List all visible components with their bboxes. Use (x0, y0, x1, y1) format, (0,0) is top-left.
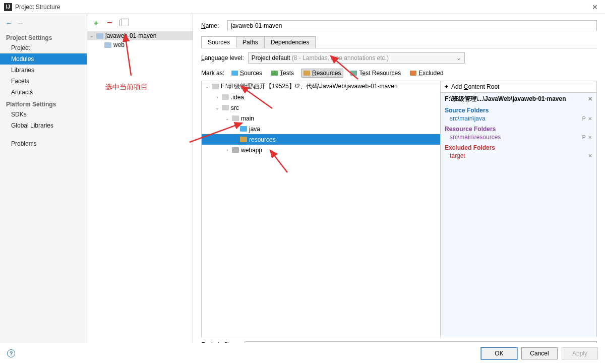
module-row-web[interactable]: web (87, 40, 193, 49)
remove-root-icon[interactable]: ✕ (588, 96, 592, 102)
module-folder-icon (104, 42, 111, 48)
window-title: Project Structure (15, 4, 589, 11)
folder-icon (212, 84, 219, 89)
resource-folder-icon (240, 137, 247, 142)
folder-root-label: F:\班级管理\西开【19525】\2、代码\JavaWeb\javaweb-0… (221, 82, 398, 91)
folder-icon (232, 147, 239, 153)
name-label: Name: (201, 22, 222, 29)
dialog-footer: ? OK Cancel Apply (0, 343, 605, 364)
sidebar-item-global-libraries[interactable]: Global Libraries (0, 120, 87, 131)
help-icon[interactable]: ? (7, 349, 15, 357)
resource-folder-item[interactable]: src\main\resourcesP ✕ (441, 133, 596, 143)
folder-label: resources (249, 136, 276, 143)
source-folder-item[interactable]: src\main\javaP ✕ (441, 114, 596, 124)
apply-button[interactable]: Apply (562, 347, 598, 359)
mark-resources-button[interactable]: Resources (301, 69, 343, 78)
folder-root-row[interactable]: ⌄ F:\班级管理\西开【19525】\2、代码\JavaWeb\javaweb… (202, 81, 440, 92)
folder-webapp-row[interactable]: ›webapp (202, 145, 440, 155)
mark-excluded-button[interactable]: Excluded (408, 69, 445, 77)
back-arrow-icon[interactable]: ← (5, 19, 13, 27)
mark-as-label: Mark as: (201, 70, 224, 77)
source-folder-tree[interactable]: ⌄ F:\班级管理\西开【19525】\2、代码\JavaWeb\javaweb… (202, 81, 440, 337)
sidebar-item-project[interactable]: Project (0, 42, 87, 53)
edit-props-icon[interactable]: P ✕ (582, 116, 592, 122)
folder-icon (222, 94, 229, 100)
content-root-panel: + Add Content Root F:\班级管理\...\JavaWeb\j… (440, 81, 596, 337)
resources-swatch-icon (304, 71, 310, 76)
folder-src-row[interactable]: ⌄src (202, 102, 440, 113)
chevron-down-icon: ⌄ (225, 116, 230, 121)
folder-idea-row[interactable]: ›.idea (202, 92, 440, 102)
add-content-root-button[interactable]: + Add Content Root (441, 81, 596, 93)
chevron-right-icon: › (215, 95, 220, 100)
module-root-label: javaweb-01-maven (105, 32, 156, 39)
excluded-swatch-icon (410, 71, 416, 76)
folder-label: main (241, 115, 254, 122)
resource-folder-path: src\main\resources (450, 134, 501, 141)
module-folder-icon (96, 33, 103, 39)
tab-sources[interactable]: Sources (201, 36, 236, 48)
chevron-down-icon: ⌄ (89, 33, 94, 38)
chevron-right-icon: › (225, 148, 230, 153)
module-child-label: web (113, 41, 125, 48)
add-module-icon[interactable]: ＋ (92, 18, 100, 28)
mark-tests-button[interactable]: Tests (269, 69, 296, 77)
forward-arrow-icon[interactable]: → (17, 19, 24, 27)
intellij-icon: IJ (4, 3, 12, 11)
module-name-input[interactable] (227, 20, 597, 31)
folder-label: .idea (231, 94, 244, 101)
sidebar-item-sdks[interactable]: SDKs (0, 109, 87, 120)
edit-props-icon[interactable]: P ✕ (582, 135, 592, 140)
resource-folders-heading: Resource Folders (441, 124, 596, 133)
content-root-path[interactable]: F:\班级管理\...\JavaWeb\javaweb-01-maven ✕ (441, 93, 596, 105)
folder-label: java (249, 126, 260, 133)
module-tree-panel: ＋ − ⌄ javaweb-01-maven web 选中当前项目 (87, 14, 193, 364)
excluded-folder-path: target (450, 152, 465, 159)
ok-button[interactable]: OK (481, 347, 517, 359)
sidebar-item-problems[interactable]: Problems (0, 138, 87, 149)
plus-icon: + (445, 83, 448, 90)
module-detail-pane: Name: Sources Paths Dependencies Languag… (193, 14, 605, 364)
mark-sources-button[interactable]: Sources (229, 69, 264, 77)
source-folder-path: src\main\java (450, 115, 486, 122)
tab-paths[interactable]: Paths (236, 36, 265, 48)
content-root-path-label: F:\班级管理\...\JavaWeb\javaweb-01-maven (445, 95, 566, 103)
folder-icon (222, 105, 229, 110)
mark-as-row: Mark as: Sources Tests Resources Test Re… (201, 69, 597, 78)
folder-java-row[interactable]: java (202, 124, 440, 134)
tab-dependencies[interactable]: Dependencies (264, 36, 316, 48)
sidebar-item-modules[interactable]: Modules (0, 53, 87, 65)
folder-resources-row[interactable]: resources (202, 134, 440, 145)
chevron-down-icon: ⌄ (205, 84, 210, 89)
language-level-hint: (8 - Lambdas, type annotations etc.) (292, 54, 389, 62)
folder-icon (232, 115, 239, 121)
source-folders-heading: Source Folders (441, 105, 596, 114)
module-row-root[interactable]: ⌄ javaweb-01-maven (87, 31, 193, 40)
remove-folder-icon[interactable]: ✕ (588, 153, 592, 159)
sidebar-item-facets[interactable]: Facets (0, 76, 87, 87)
source-folder-icon (240, 126, 247, 132)
chevron-down-icon: ⌄ (456, 54, 461, 62)
excluded-folders-heading: Excluded Folders (441, 143, 596, 152)
sidebar-item-libraries[interactable]: Libraries (0, 65, 87, 76)
section-header-platform: Platform Settings (6, 101, 87, 108)
language-level-label: Language level: (201, 54, 244, 62)
titlebar: IJ Project Structure ✕ (0, 0, 605, 14)
close-icon[interactable]: ✕ (589, 3, 601, 11)
sources-swatch-icon (231, 71, 238, 76)
copy-module-icon[interactable] (119, 20, 126, 26)
tests-swatch-icon (271, 71, 278, 76)
annotation-select-project: 选中当前项目 (105, 83, 148, 92)
language-level-value: Project default (252, 54, 290, 62)
cancel-button[interactable]: Cancel (521, 347, 558, 359)
section-header-project: Project Settings (6, 34, 87, 41)
sidebar-item-artifacts[interactable]: Artifacts (0, 87, 87, 98)
settings-sidebar: ← → Project Settings Project Modules Lib… (0, 14, 87, 364)
mark-test-resources-button[interactable]: Test Resources (348, 69, 403, 77)
excluded-folder-item[interactable]: target✕ (441, 152, 596, 161)
test-resources-swatch-icon (350, 71, 357, 76)
remove-module-icon[interactable]: − (107, 18, 112, 28)
folder-main-row[interactable]: ⌄main (202, 113, 440, 124)
language-level-select[interactable]: Project default (8 - Lambdas, type annot… (248, 52, 465, 64)
folder-label: webapp (241, 147, 262, 154)
